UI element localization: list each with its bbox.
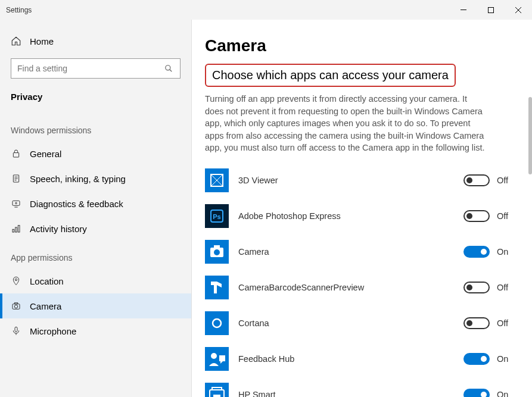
sidebar-item-activity[interactable]: Activity history [0, 216, 191, 241]
svg-rect-15 [18, 226, 20, 232]
toggle-wrap: Off [463, 174, 511, 186]
toggle-wrap: Off [463, 282, 511, 293]
svg-rect-0 [461, 10, 466, 10]
sidebar-item-speech[interactable]: Speech, inking, & typing [0, 166, 191, 191]
home-icon [11, 36, 21, 46]
privacy-heading: Privacy [0, 87, 191, 114]
page-title: Camera [205, 36, 511, 55]
sidebar-item-label: Speech, inking, & typing [30, 174, 126, 184]
app-icon: Ps [205, 204, 229, 228]
section-header: Choose which apps can access your camera [205, 64, 456, 87]
app-row: Ps Adobe Photoshop Express Off [205, 198, 511, 234]
group-header-windows-permissions: Windows permissions [0, 114, 191, 141]
sidebar-item-label: Camera [30, 301, 61, 311]
app-toggle[interactable] [463, 282, 490, 293]
app-icon [205, 311, 229, 335]
app-name: Camera [238, 247, 454, 257]
svg-rect-6 [13, 153, 18, 157]
app-row: Camera On [205, 234, 511, 270]
svg-point-16 [15, 279, 17, 280]
activity-icon [11, 223, 21, 234]
sidebar-item-diagnostics[interactable]: Diagnostics & feedback [0, 191, 191, 216]
svg-point-18 [14, 305, 17, 308]
toggle-wrap: On [463, 353, 511, 365]
sidebar-item-label: General [30, 149, 61, 159]
app-toggle[interactable] [463, 210, 490, 222]
svg-rect-34 [205, 311, 229, 335]
group-header-app-permissions: App permissions [0, 241, 191, 268]
minimize-button[interactable] [450, 0, 477, 20]
microphone-icon [11, 326, 21, 336]
app-row: 3D Viewer Off [205, 162, 511, 198]
feedback-icon [11, 198, 21, 209]
svg-text:Ps: Ps [213, 213, 220, 220]
sidebar-item-label: Microphone [30, 326, 76, 336]
maximize-button[interactable] [477, 0, 505, 20]
app-icon [205, 383, 229, 397]
window-title: Settings [6, 6, 32, 14]
app-toggle[interactable] [463, 246, 490, 258]
sidebar-item-label: Activity history [30, 224, 87, 234]
svg-rect-11 [13, 201, 20, 205]
svg-rect-13 [13, 229, 14, 232]
app-name: HP Smart [238, 390, 454, 397]
app-row: HP Smart On [205, 377, 511, 397]
close-button[interactable] [505, 0, 532, 20]
titlebar[interactable]: Settings [0, 0, 532, 20]
toggle-wrap: On [463, 246, 511, 258]
app-list: 3D Viewer Off Ps Adobe Photoshop Express… [205, 162, 511, 397]
toggle-state-label: On [497, 247, 508, 257]
svg-rect-1 [489, 7, 494, 12]
app-name: Cortana [238, 318, 454, 328]
scrollbar[interactable] [528, 97, 532, 174]
clipboard-icon [11, 173, 21, 184]
app-row: Feedback Hub On [205, 341, 511, 377]
window-controls [450, 0, 532, 20]
sidebar-item-general[interactable]: General [0, 141, 191, 166]
app-toggle[interactable] [463, 353, 490, 365]
toggle-wrap: Off [463, 210, 511, 222]
content-pane: Camera Choose which apps can access your… [192, 20, 532, 397]
search-input[interactable] [17, 64, 158, 73]
toggle-state-label: On [497, 390, 508, 397]
app-toggle[interactable] [463, 174, 490, 186]
toggle-state-label: Off [497, 283, 508, 292]
sidebar-item-microphone[interactable]: Microphone [0, 318, 191, 343]
svg-point-37 [211, 353, 217, 359]
app-toggle[interactable] [463, 389, 490, 397]
svg-rect-20 [15, 327, 17, 332]
svg-rect-14 [15, 227, 17, 232]
svg-point-4 [166, 65, 170, 70]
search-icon [163, 63, 174, 74]
lock-icon [11, 148, 21, 159]
sidebar-item-location[interactable]: Location [0, 268, 191, 293]
toggle-state-label: On [497, 354, 508, 364]
app-row: CameraBarcodeScannerPreview Off [205, 270, 511, 305]
svg-line-5 [170, 70, 172, 72]
app-icon [205, 240, 229, 264]
app-name: CameraBarcodeScannerPreview [238, 283, 454, 292]
app-name: 3D Viewer [238, 176, 454, 185]
app-icon [205, 168, 229, 192]
svg-point-31 [214, 249, 220, 255]
svg-rect-32 [214, 245, 220, 248]
app-icon [205, 347, 229, 371]
svg-rect-19 [14, 303, 17, 304]
camera-icon [11, 301, 21, 311]
home-button[interactable]: Home [0, 29, 191, 54]
toggle-wrap: On [463, 389, 511, 397]
svg-rect-41 [213, 395, 220, 397]
sidebar-item-camera[interactable]: Camera [0, 293, 191, 318]
sidebar-item-label: Diagnostics & feedback [30, 199, 123, 209]
sidebar-item-label: Location [30, 276, 64, 286]
section-description: Turning off an app prevents it from dire… [205, 93, 485, 154]
search-box[interactable] [11, 58, 181, 79]
toggle-state-label: Off [497, 318, 508, 328]
toggle-wrap: Off [463, 317, 511, 329]
app-toggle[interactable] [463, 317, 490, 329]
app-icon [205, 276, 229, 299]
toggle-state-label: Off [497, 211, 508, 221]
app-row: Cortana Off [205, 305, 511, 341]
toggle-state-label: Off [497, 176, 508, 185]
app-name: Adobe Photoshop Express [238, 211, 454, 221]
